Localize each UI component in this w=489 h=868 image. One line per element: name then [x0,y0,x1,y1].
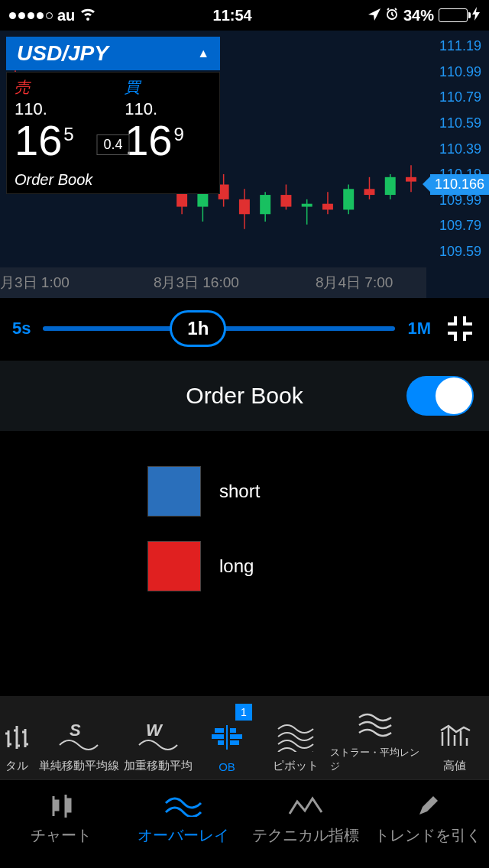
svg-text:W: W [146,722,164,740]
pair-label: USD/JPY [17,41,108,66]
signal-dots-icon [9,12,53,19]
pencil-icon [416,792,439,821]
timeframe-min[interactable]: 5s [12,319,31,338]
short-label: short [219,481,280,502]
x-axis: 月3日 1:00 8月3日 16:00 8月4日 7:00 [0,267,426,298]
svg-rect-36 [364,189,374,195]
ob-badge: 1 [235,704,252,721]
battery-icon [439,8,468,22]
indicator-partial[interactable]: タル [0,696,34,779]
svg-rect-26 [260,195,270,214]
zigzag-icon [288,792,323,821]
y-axis: 111.19110.99110.79110.59110.39110.19109.… [426,31,489,267]
bottom-tabs: チャート オーバーレイ テクニカル指標 トレンドを引く [0,779,489,857]
overlay-waves-icon [164,792,202,821]
long-label: long [219,555,280,577]
timeframe-max[interactable]: 1M [407,319,431,338]
pair-selector[interactable]: USD/JPY ▲ [6,37,220,70]
short-swatch [147,466,201,517]
indicator-label-4: ピボット [273,759,319,773]
tab-trend-label: トレンドを引く [374,825,481,846]
section-title: Order Book [186,383,303,409]
tab-trend[interactable]: トレンドを引く [367,780,489,857]
tab-overlay[interactable]: オーバーレイ [122,780,244,857]
sell-pip: 5 [63,124,73,144]
spread-value: 0.4 [96,134,129,155]
svg-rect-32 [322,204,333,210]
indicator-atr[interactable]: ストラー・平均レンジ [330,696,420,779]
alarm-icon [385,7,399,24]
legend-short[interactable]: short [0,454,458,529]
indicator-label-0: タル [5,759,28,773]
x-tick-0: 月3日 1:00 [0,273,70,293]
x-tick-2: 8月4日 7:00 [316,273,393,293]
buy-big: 16 [125,116,172,164]
tab-technical[interactable]: テクニカル指標 [244,780,367,857]
order-book-toggle[interactable] [406,376,474,416]
indicator-label-6: 高値 [443,759,466,773]
timeframe-slider[interactable]: 1h [43,326,395,331]
x-tick-1: 8月3日 16:00 [154,273,239,293]
chart-area[interactable]: USD/JPY ▲ 売 110. 165 買 110. 169 0.4 Orde… [0,31,489,298]
indicator-wma[interactable]: W 加重移動平均 [124,696,193,779]
timeframe-bar: 5s 1h 1M [0,298,489,359]
indicator-high[interactable]: 高値 [420,696,489,779]
bars-icon [5,721,28,754]
timeframe-current[interactable]: 1h [170,310,226,347]
buy-pip: 9 [173,124,183,144]
indicator-strip[interactable]: タル S 単純移動平均線 W 加重移動平均 1 OB ピボット ストラー・平均レ… [0,695,489,779]
svg-rect-34 [343,189,354,209]
svg-rect-28 [280,195,291,207]
location-icon [368,7,381,24]
tab-chart-label: チャート [31,825,92,846]
indicator-label-1: 単純移動平均線 [39,759,119,773]
indicator-label-3: OB [219,760,235,773]
waves-icon [356,708,394,741]
chevron-up-icon: ▲ [197,47,209,60]
sell-label: 売 [15,77,109,98]
svg-rect-38 [385,177,396,195]
indicator-label-5: ストラー・平均レンジ [330,746,420,773]
svg-rect-44 [212,734,224,739]
tab-overlay-label: オーバーレイ [138,825,229,846]
s-wave-icon: S [56,721,102,754]
current-price-marker: 110.166 [430,174,489,195]
legend-area: short long [0,431,489,695]
orderbook-icon [210,722,244,756]
long-swatch [147,541,201,591]
buy-label: 買 [125,77,212,98]
battery-pct-label: 34% [403,7,434,24]
indicator-ob[interactable]: 1 OB [193,696,261,779]
high-icon [438,721,471,754]
legend-long[interactable]: long [0,529,458,604]
tab-chart[interactable]: チャート [0,780,122,857]
carrier-label: au [57,7,75,24]
pivot-icon [277,721,315,754]
indicator-sma[interactable]: S 単純移動平均線 [34,696,124,779]
sell-big: 16 [15,116,62,164]
charging-icon [472,7,480,24]
svg-rect-30 [302,204,313,207]
quote-panel[interactable]: 売 110. 165 買 110. 169 0.4 Order Book [6,72,220,194]
exit-fullscreen-icon[interactable] [443,312,477,345]
svg-rect-47 [230,734,242,739]
status-bar: au 11:54 34% [0,0,489,31]
svg-rect-40 [406,177,416,182]
svg-rect-46 [230,728,236,733]
svg-rect-24 [239,199,250,214]
tab-technical-label: テクニカル指標 [252,825,359,846]
w-wave-icon: W [135,721,181,754]
wifi-icon [79,7,96,24]
svg-text:S: S [70,722,81,740]
candle-icon [46,792,76,821]
svg-rect-43 [215,728,224,733]
clock-label: 11:54 [213,7,252,24]
svg-rect-48 [230,740,239,745]
order-book-label: Order Book [15,171,92,189]
indicator-pivot[interactable]: ピボット [261,696,330,779]
svg-rect-45 [218,740,224,745]
order-book-section-header: Order Book [0,361,489,431]
indicator-label-2: 加重移動平均 [124,759,193,773]
